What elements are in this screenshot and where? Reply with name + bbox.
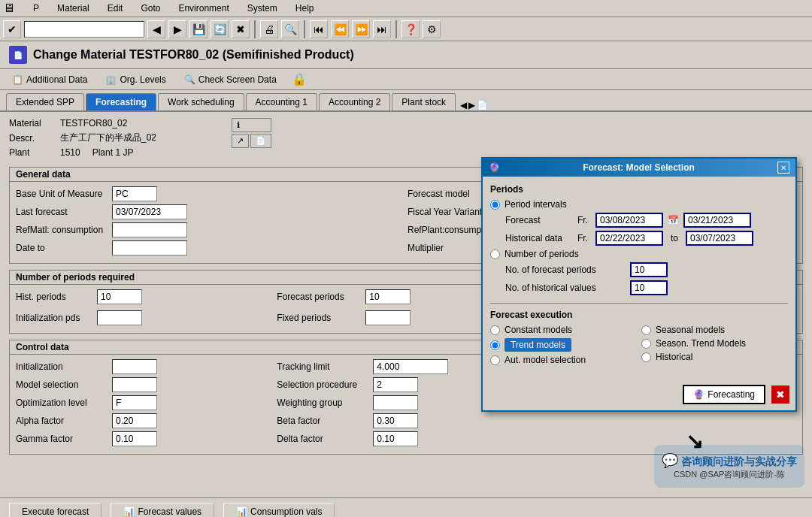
seasonal-models-radio[interactable] xyxy=(641,325,651,335)
historical-to-input[interactable] xyxy=(686,231,753,246)
trend-models-label: Trend models xyxy=(504,338,571,352)
tracking-input[interactable] xyxy=(373,359,448,374)
forecasting-btn-icon: 🔮 xyxy=(693,389,704,400)
constant-models-radio[interactable] xyxy=(490,325,500,335)
historical-exec-label: Historical xyxy=(656,352,692,362)
menu-material[interactable]: Material xyxy=(54,2,92,15)
num-periods-radio[interactable] xyxy=(490,249,500,259)
init-pds-input[interactable] xyxy=(97,310,142,325)
doc-btn1[interactable]: ↗ xyxy=(232,134,249,148)
menu-help[interactable]: Help xyxy=(292,2,317,15)
help-btn[interactable]: ❓ xyxy=(401,20,420,38)
refresh-btn[interactable]: 🔄 xyxy=(211,20,229,38)
forecast-cal-icon[interactable]: 📅 xyxy=(668,215,679,225)
tab-menu-icon[interactable]: 📄 xyxy=(477,100,488,110)
tab-next-icon[interactable]: ▶ xyxy=(468,100,475,110)
tab-extended-spp[interactable]: Extended SPP xyxy=(6,93,84,110)
menu-edit[interactable]: Edit xyxy=(105,2,126,15)
execute-forecast-btn[interactable]: Execute forecast xyxy=(9,503,102,517)
sel-proc-input[interactable] xyxy=(373,377,418,392)
no-forecast-input[interactable] xyxy=(630,262,668,277)
prev-btn[interactable]: ⏪ xyxy=(331,20,349,38)
season-trend-radio[interactable] xyxy=(641,339,651,349)
forecast-from-input[interactable] xyxy=(595,213,663,228)
historical-from-input[interactable] xyxy=(595,231,663,246)
hist-periods-input[interactable] xyxy=(97,289,142,304)
nav-back[interactable]: ◀ xyxy=(147,20,165,38)
tab-forecasting[interactable]: Forecasting xyxy=(86,93,156,110)
dialog-close-btn[interactable]: ✕ xyxy=(777,162,789,174)
consumption-vals-btn[interactable]: 📊 Consumption vals xyxy=(223,503,335,517)
tab-work-scheduling[interactable]: Work scheduling xyxy=(158,93,244,110)
lock-icon: 🔒 xyxy=(292,72,307,86)
tab-prev-icon[interactable]: ◀ xyxy=(460,100,467,110)
delta-input[interactable] xyxy=(373,431,418,446)
hist-periods-row: Hist. periods xyxy=(16,289,274,304)
tab-accounting2[interactable]: Accounting 2 xyxy=(319,93,390,110)
aut-model-radio[interactable] xyxy=(490,355,500,365)
dialog-btn-row: 🔮 Forecasting ✖ xyxy=(483,380,795,410)
init-input[interactable] xyxy=(112,359,157,374)
menu-p[interactable]: P xyxy=(30,2,42,15)
material-block: Material TESTFOR80_02 Descr. 生产工厂下的半成品_0… xyxy=(9,118,156,161)
opt-level-input[interactable] xyxy=(112,395,157,410)
dialog-periods-section: Periods Period intervals Forecast Fr. 📅 … xyxy=(490,184,788,295)
tab-accounting1[interactable]: Accounting 1 xyxy=(246,93,317,110)
no-forecast-row: No. of forecast periods xyxy=(505,262,788,277)
period-intervals-radio[interactable] xyxy=(490,200,500,210)
dialog-title-bar: 🔮 Forecast: Model Selection ✕ xyxy=(483,159,795,177)
last-forecast-input[interactable] xyxy=(112,204,187,219)
no-historical-row: No. of historical values xyxy=(505,280,788,295)
print-btn[interactable]: 🖨 xyxy=(260,20,278,38)
org-levels-btn[interactable]: 🏢 Org. Levels xyxy=(102,73,168,86)
dialog-periods-title: Periods xyxy=(490,184,788,195)
first-btn[interactable]: ⏮ xyxy=(310,20,328,38)
interval-rows: Forecast Fr. 📅 Historical data Fr. to xyxy=(505,213,788,246)
toolbar-input[interactable] xyxy=(24,21,144,38)
no-historical-input[interactable] xyxy=(630,280,668,295)
dialog-title: Forecast: Model Selection xyxy=(583,162,695,173)
alpha-input[interactable] xyxy=(112,413,157,428)
gamma-input[interactable] xyxy=(112,431,157,446)
fixed-periods-input[interactable] xyxy=(365,310,411,325)
period-intervals-row: Period intervals xyxy=(490,199,788,210)
dialog-cancel-btn[interactable]: ✖ xyxy=(771,385,789,404)
find-btn[interactable]: 🔍 xyxy=(281,20,299,38)
menu-goto[interactable]: Goto xyxy=(138,2,163,15)
general-left: Base Unit of Measure Last forecast RefMa… xyxy=(16,186,404,258)
num-period-inputs: No. of forecast periods No. of historica… xyxy=(505,262,788,295)
forecast-periods-input[interactable] xyxy=(365,289,411,304)
historical-exec-radio[interactable] xyxy=(641,352,651,362)
dialog-divider xyxy=(490,303,788,304)
trend-models-radio[interactable] xyxy=(490,340,500,350)
next-btn[interactable]: ⏩ xyxy=(352,20,370,38)
save-btn[interactable]: 💾 xyxy=(189,20,208,38)
back-btn[interactable]: ✔ xyxy=(3,20,21,38)
settings-btn[interactable]: ⚙ xyxy=(423,20,441,38)
init-pds-row: Initialization pds xyxy=(16,310,274,325)
forecasting-btn[interactable]: 🔮 Forecasting xyxy=(683,385,765,404)
tab-plant-stock[interactable]: Plant stock xyxy=(392,93,456,110)
weight-input[interactable] xyxy=(373,395,418,410)
additional-data-btn[interactable]: 📋 Additional Data xyxy=(9,73,90,86)
last-btn[interactable]: ⏭ xyxy=(373,20,391,38)
forecast-values-btn[interactable]: 📊 Forecast values xyxy=(111,503,214,517)
doc-btn2[interactable]: 📄 xyxy=(250,134,271,148)
base-uom-input[interactable] xyxy=(112,186,157,201)
forecast-values-icon: 📊 xyxy=(123,506,135,517)
seasonal-models-label: Seasonal models xyxy=(656,325,725,335)
menu-system[interactable]: System xyxy=(244,2,280,15)
date-to-input[interactable] xyxy=(112,240,187,255)
cancel-btn[interactable]: ✖ xyxy=(232,20,250,38)
forecast-to-input[interactable] xyxy=(683,213,751,228)
model-sel-input[interactable] xyxy=(112,377,157,392)
beta-input[interactable] xyxy=(373,413,418,428)
title-icon: 📄 xyxy=(9,46,27,64)
check-screen-btn[interactable]: 🔍 Check Screen Data xyxy=(181,73,280,86)
model-selection-grid: Constant models Trend models Aut. model … xyxy=(490,325,788,365)
gamma-row: Gamma factor xyxy=(16,431,274,446)
refmatl-input[interactable] xyxy=(112,222,187,237)
nav-fwd[interactable]: ▶ xyxy=(168,20,186,38)
info-icon-btn[interactable]: ℹ xyxy=(232,118,271,132)
menu-environment[interactable]: Environment xyxy=(175,2,232,15)
